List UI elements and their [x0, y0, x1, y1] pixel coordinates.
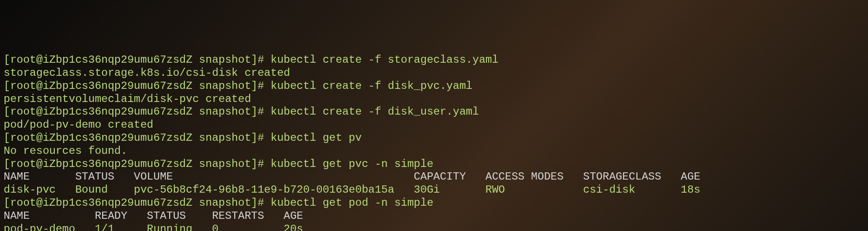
table-header: NAME STATUS VOLUME CAPACITY ACCESS MODES… — [4, 171, 864, 184]
terminal-line: [root@iZbp1cs36nqp29umu67zsdZ snapshot]#… — [4, 80, 864, 93]
shell-command: kubectl create -f disk_user.yaml — [271, 106, 479, 118]
shell-command: kubectl get pv — [271, 132, 362, 144]
terminal-output: No resources found. — [4, 145, 864, 158]
table-header: NAME READY STATUS RESTARTS AGE — [4, 210, 864, 223]
shell-command: kubectl get pvc -n simple — [271, 158, 434, 170]
terminal-output: storageclass.storage.k8s.io/csi-disk cre… — [4, 67, 864, 80]
terminal-line: [root@iZbp1cs36nqp29umu67zsdZ snapshot]#… — [4, 158, 864, 171]
terminal-line: [root@iZbp1cs36nqp29umu67zsdZ snapshot]#… — [4, 132, 864, 145]
shell-command: kubectl create -f disk_pvc.yaml — [271, 80, 472, 92]
shell-prompt: [root@iZbp1cs36nqp29umu67zsdZ snapshot]# — [4, 197, 271, 209]
terminal-line: [root@iZbp1cs36nqp29umu67zsdZ snapshot]#… — [4, 106, 864, 119]
shell-command: kubectl get pod -n simple — [271, 197, 434, 209]
table-row: disk-pvc Bound pvc-56b8cf24-96b8-11e9-b7… — [4, 184, 864, 197]
terminal-line: [root@iZbp1cs36nqp29umu67zsdZ snapshot]#… — [4, 54, 864, 67]
terminal-window[interactable]: [root@iZbp1cs36nqp29umu67zsdZ snapshot]#… — [4, 54, 864, 231]
shell-prompt: [root@iZbp1cs36nqp29umu67zsdZ snapshot]# — [4, 158, 271, 170]
terminal-output: persistentvolumeclaim/disk-pvc created — [4, 93, 864, 106]
shell-prompt: [root@iZbp1cs36nqp29umu67zsdZ snapshot]# — [4, 54, 271, 66]
terminal-line: [root@iZbp1cs36nqp29umu67zsdZ snapshot]#… — [4, 197, 864, 210]
shell-prompt: [root@iZbp1cs36nqp29umu67zsdZ snapshot]# — [4, 80, 271, 92]
terminal-output: pod/pod-pv-demo created — [4, 119, 864, 132]
shell-prompt: [root@iZbp1cs36nqp29umu67zsdZ snapshot]# — [4, 132, 271, 144]
table-row: pod-pv-demo 1/1 Running 0 20s — [4, 223, 864, 231]
shell-prompt: [root@iZbp1cs36nqp29umu67zsdZ snapshot]# — [4, 106, 271, 118]
shell-command: kubectl create -f storageclass.yaml — [271, 54, 499, 66]
